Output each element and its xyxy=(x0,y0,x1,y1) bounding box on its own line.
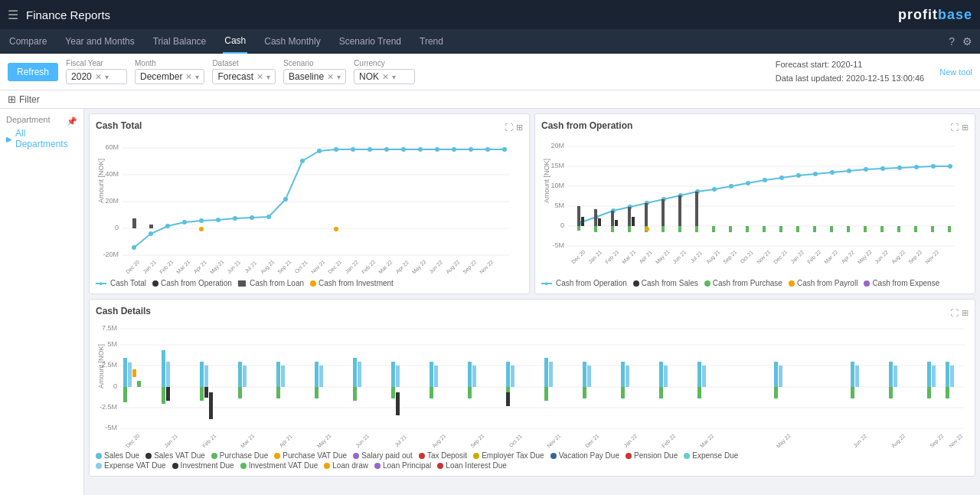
month-arrow: ▾ xyxy=(195,73,199,81)
charts-row-1: Cash Total ⛶ ⊞ 60M 40M 20M 0 -20M xyxy=(89,113,975,294)
cash-total-expand-icon[interactable]: ⛶ xyxy=(505,123,513,133)
month-select[interactable]: December ✕ ▾ xyxy=(135,69,204,84)
svg-rect-126 xyxy=(880,226,884,232)
cash-total-table-icon[interactable]: ⊞ xyxy=(516,123,523,133)
fiscal-year-select[interactable]: 2020 ✕ ▾ xyxy=(66,69,127,84)
month-clear[interactable]: ✕ xyxy=(185,72,192,82)
currency-label: Currency xyxy=(354,59,415,67)
svg-point-18 xyxy=(250,215,254,220)
svg-rect-173 xyxy=(166,362,170,387)
svg-text:Mar 22: Mar 22 xyxy=(823,249,838,264)
refresh-button[interactable]: Refresh xyxy=(8,63,58,81)
svg-rect-99 xyxy=(598,218,601,226)
svg-point-20 xyxy=(283,197,288,202)
svg-text:Sep 22: Sep 22 xyxy=(462,259,478,275)
svg-rect-213 xyxy=(621,362,625,387)
cash-details-legend-row1: Sales Due Sales VAT Due Purchase Due Pur… xyxy=(96,451,969,460)
svg-rect-219 xyxy=(697,362,701,387)
svg-text:Sep 22: Sep 22 xyxy=(907,249,923,265)
svg-point-83 xyxy=(746,181,750,185)
nav-compare[interactable]: Compare xyxy=(8,29,48,54)
svg-rect-113 xyxy=(662,226,665,232)
forecast-info: Forecast start: 2020-11 Data last update… xyxy=(776,58,924,85)
svg-rect-100 xyxy=(611,211,614,226)
fiscal-year-clear[interactable]: ✕ xyxy=(95,72,102,82)
svg-point-87 xyxy=(813,172,818,176)
svg-text:Dec 21: Dec 21 xyxy=(327,259,343,275)
svg-text:Sep 21: Sep 21 xyxy=(469,433,485,449)
currency-arrow: ▾ xyxy=(392,73,396,81)
svg-text:Feb 22: Feb 22 xyxy=(661,433,676,448)
menu-icon[interactable]: ☰ xyxy=(8,8,18,22)
svg-rect-202 xyxy=(468,387,472,398)
cash-details-svg: 7.5M 5M 2.5M 0 -2.5M -5M Amount [NOK] xyxy=(96,320,969,450)
svg-rect-182 xyxy=(243,366,247,387)
cash-operation-table-icon[interactable]: ⊞ xyxy=(962,123,969,133)
nav-cash[interactable]: Cash xyxy=(223,29,247,54)
svg-rect-215 xyxy=(621,387,625,398)
svg-text:0: 0 xyxy=(113,382,117,390)
cash-details-expand-icon[interactable]: ⛶ xyxy=(950,308,959,318)
dataset-select[interactable]: Forecast ✕ ▾ xyxy=(212,69,276,84)
filter-toggle[interactable]: ⊞ Filter xyxy=(8,93,40,105)
settings-icon[interactable]: ⚙ xyxy=(962,35,972,48)
cash-details-table-icon[interactable]: ⊞ xyxy=(962,308,969,318)
svg-text:Oct 21: Oct 21 xyxy=(508,434,523,449)
svg-rect-221 xyxy=(697,387,701,398)
currency-select[interactable]: NOK ✕ ▾ xyxy=(354,69,415,84)
new-tool-link[interactable]: New tool xyxy=(939,67,972,77)
svg-text:Jun 22: Jun 22 xyxy=(874,249,889,264)
svg-rect-128 xyxy=(914,226,917,232)
svg-rect-227 xyxy=(851,387,854,398)
app-title: Finance Reports xyxy=(26,8,110,21)
nav-cash-monthly[interactable]: Cash Monthly xyxy=(263,29,322,54)
help-icon[interactable]: ? xyxy=(949,35,955,48)
svg-rect-189 xyxy=(315,387,318,398)
nav-trial-balance[interactable]: Trial Balance xyxy=(152,29,208,54)
svg-text:10M: 10M xyxy=(550,182,564,189)
svg-rect-192 xyxy=(353,387,357,401)
svg-rect-187 xyxy=(315,362,318,387)
svg-rect-96 xyxy=(577,206,580,226)
svg-rect-204 xyxy=(511,366,514,387)
svg-text:Amount [NOK]: Amount [NOK] xyxy=(97,159,105,203)
svg-rect-180 xyxy=(209,392,213,419)
svg-point-23 xyxy=(334,147,338,152)
svg-rect-122 xyxy=(813,226,816,232)
svg-text:-2.5M: -2.5M xyxy=(100,403,117,411)
currency-clear[interactable]: ✕ xyxy=(382,72,389,82)
svg-point-90 xyxy=(864,167,868,172)
cash-operation-chart-area: 20M 15M 10M 5M 0 -5M Amount [NOK] xyxy=(541,134,969,276)
svg-text:-20M: -20M xyxy=(103,251,119,258)
svg-rect-232 xyxy=(932,366,936,387)
svg-rect-177 xyxy=(204,366,208,387)
svg-text:Jan 22: Jan 22 xyxy=(789,249,805,264)
sidebar-all-departments[interactable]: ▶ All Departments xyxy=(6,128,77,149)
svg-rect-172 xyxy=(162,350,165,387)
cash-operation-expand-icon[interactable]: ⛶ xyxy=(950,123,959,133)
main-layout: Department 📌 ▶ All Departments Cash Tota… xyxy=(0,109,980,495)
svg-rect-231 xyxy=(927,362,931,387)
svg-point-86 xyxy=(796,173,801,178)
scenario-clear[interactable]: ✕ xyxy=(327,72,334,82)
filterbar: Refresh Fiscal Year 2020 ✕ ▾ Month Decem… xyxy=(0,54,980,90)
dataset-label: Dataset xyxy=(212,59,276,67)
dataset-clear[interactable]: ✕ xyxy=(256,72,263,82)
svg-rect-195 xyxy=(391,387,395,398)
svg-text:-5M: -5M xyxy=(553,241,565,249)
nav-trend[interactable]: Trend xyxy=(418,29,445,54)
nav-year-months[interactable]: Year and Months xyxy=(64,29,136,54)
nav-scenario-trend[interactable]: Scenario Trend xyxy=(338,29,403,54)
svg-rect-233 xyxy=(927,387,931,398)
svg-rect-130 xyxy=(948,226,951,232)
scenario-filter: Scenario Baseline ✕ ▾ xyxy=(283,59,346,84)
svg-text:Apr 22: Apr 22 xyxy=(394,260,410,275)
svg-rect-105 xyxy=(662,199,665,226)
scenario-select[interactable]: Baseline ✕ ▾ xyxy=(283,69,346,84)
svg-text:May 21: May 21 xyxy=(316,433,333,450)
pin-icon[interactable]: 📌 xyxy=(67,116,77,126)
svg-text:Mar 21: Mar 21 xyxy=(621,249,636,264)
month-filter: Month December ✕ ▾ xyxy=(135,59,204,84)
svg-point-15 xyxy=(199,218,204,223)
svg-text:Feb 21: Feb 21 xyxy=(201,433,217,448)
